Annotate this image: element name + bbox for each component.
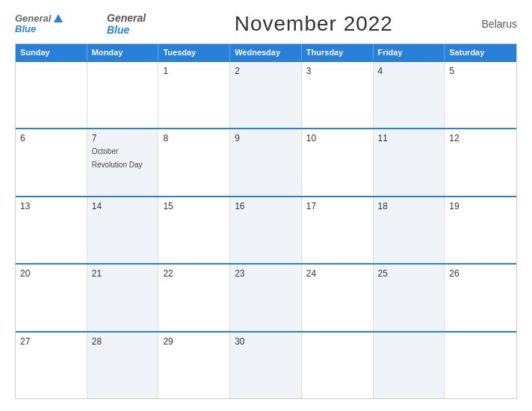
calendar-cell: 21 bbox=[87, 265, 159, 330]
day-number: 15 bbox=[163, 201, 225, 211]
calendar-cell bbox=[302, 333, 374, 398]
calendar-cell: 22 bbox=[158, 265, 230, 330]
event-label: October Revolution Day bbox=[92, 147, 143, 169]
calendar-cell: 6 bbox=[16, 129, 87, 195]
col-saturday: Saturday bbox=[445, 44, 516, 61]
calendar-cell: 7October Revolution Day bbox=[87, 129, 159, 195]
calendar-cell: 4 bbox=[374, 62, 445, 128]
day-number: 18 bbox=[378, 201, 440, 211]
calendar-cell bbox=[374, 333, 445, 398]
day-number: 19 bbox=[449, 201, 512, 211]
calendar-cell: 9 bbox=[230, 129, 302, 195]
day-number: 13 bbox=[20, 201, 82, 211]
day-number: 9 bbox=[235, 133, 297, 143]
col-sunday: Sunday bbox=[16, 44, 87, 61]
calendar: Sunday Monday Tuesday Wednesday Thursday… bbox=[15, 43, 517, 399]
day-number: 4 bbox=[378, 66, 440, 76]
calendar-cell: 17 bbox=[302, 197, 374, 263]
week-4: 20212223242526 bbox=[16, 263, 516, 330]
week-1: 12345 bbox=[16, 61, 516, 128]
day-number: 30 bbox=[235, 336, 297, 347]
calendar-cell: 28 bbox=[87, 333, 159, 398]
day-number: 26 bbox=[449, 268, 512, 279]
logo-blue: Blue bbox=[107, 24, 129, 36]
day-number: 12 bbox=[449, 133, 512, 143]
calendar-cell: 8 bbox=[158, 129, 230, 195]
calendar-title: November 2022 bbox=[235, 12, 393, 36]
col-wednesday: Wednesday bbox=[230, 44, 302, 61]
week-2: 67October Revolution Day89101112 bbox=[16, 128, 516, 195]
calendar-cell: 29 bbox=[158, 333, 230, 398]
day-number: 29 bbox=[163, 336, 225, 347]
calendar-cell: 5 bbox=[445, 62, 516, 128]
calendar-cell: 27 bbox=[16, 333, 87, 398]
header: General Blue General Blue November 2022 … bbox=[15, 12, 517, 36]
day-number: 22 bbox=[163, 268, 225, 279]
day-number: 21 bbox=[92, 268, 154, 279]
day-number: 7 bbox=[92, 133, 154, 143]
calendar-cell: 12 bbox=[445, 129, 516, 195]
day-number: 25 bbox=[378, 268, 440, 279]
calendar-cell: 3 bbox=[302, 62, 374, 128]
calendar-cell: 15 bbox=[158, 197, 230, 263]
calendar-cell: 19 bbox=[445, 197, 516, 263]
calendar-cell: 30 bbox=[230, 333, 302, 398]
col-monday: Monday bbox=[87, 44, 159, 61]
calendar-cell bbox=[16, 62, 87, 128]
calendar-cell: 24 bbox=[302, 265, 374, 330]
calendar-cell: 25 bbox=[374, 265, 445, 330]
day-number: 24 bbox=[306, 268, 368, 279]
col-thursday: Thursday bbox=[302, 44, 374, 61]
day-number: 6 bbox=[20, 133, 82, 143]
week-3: 13141516171819 bbox=[16, 196, 516, 263]
calendar-cell: 11 bbox=[374, 129, 445, 195]
logo-general2: General bbox=[107, 12, 146, 24]
country-label: Belarus bbox=[482, 18, 517, 30]
day-number: 2 bbox=[235, 66, 297, 76]
day-number: 11 bbox=[378, 133, 440, 143]
day-number: 17 bbox=[306, 201, 368, 211]
week-5: 27282930 bbox=[16, 331, 516, 398]
calendar-body: 1234567October Revolution Day89101112131… bbox=[16, 61, 516, 398]
calendar-header: Sunday Monday Tuesday Wednesday Thursday… bbox=[16, 44, 516, 61]
day-number: 1 bbox=[163, 66, 225, 76]
calendar-cell: 13 bbox=[16, 197, 87, 263]
day-number: 8 bbox=[163, 133, 225, 143]
page: General Blue General Blue November 2022 … bbox=[0, 0, 532, 411]
calendar-cell: 26 bbox=[445, 265, 516, 330]
day-number: 3 bbox=[306, 66, 368, 76]
day-number: 14 bbox=[92, 201, 154, 211]
logo: General Blue bbox=[15, 13, 63, 35]
calendar-cell: 1 bbox=[158, 62, 230, 128]
day-number: 27 bbox=[20, 336, 82, 347]
calendar-cell bbox=[445, 333, 516, 398]
calendar-cell: 16 bbox=[230, 197, 302, 263]
calendar-cell: 18 bbox=[374, 197, 445, 263]
day-number: 23 bbox=[235, 268, 297, 279]
day-number: 10 bbox=[306, 133, 368, 143]
col-tuesday: Tuesday bbox=[158, 44, 230, 61]
calendar-cell: 20 bbox=[16, 265, 87, 330]
calendar-cell: 14 bbox=[87, 197, 159, 263]
day-number: 16 bbox=[235, 201, 297, 211]
day-number: 20 bbox=[20, 268, 82, 279]
calendar-cell: 2 bbox=[230, 62, 302, 128]
col-friday: Friday bbox=[374, 44, 445, 61]
calendar-cell: 23 bbox=[230, 265, 302, 330]
day-number: 28 bbox=[92, 336, 154, 347]
day-number: 5 bbox=[449, 66, 512, 76]
calendar-cell bbox=[87, 62, 159, 128]
calendar-cell: 10 bbox=[302, 129, 374, 195]
